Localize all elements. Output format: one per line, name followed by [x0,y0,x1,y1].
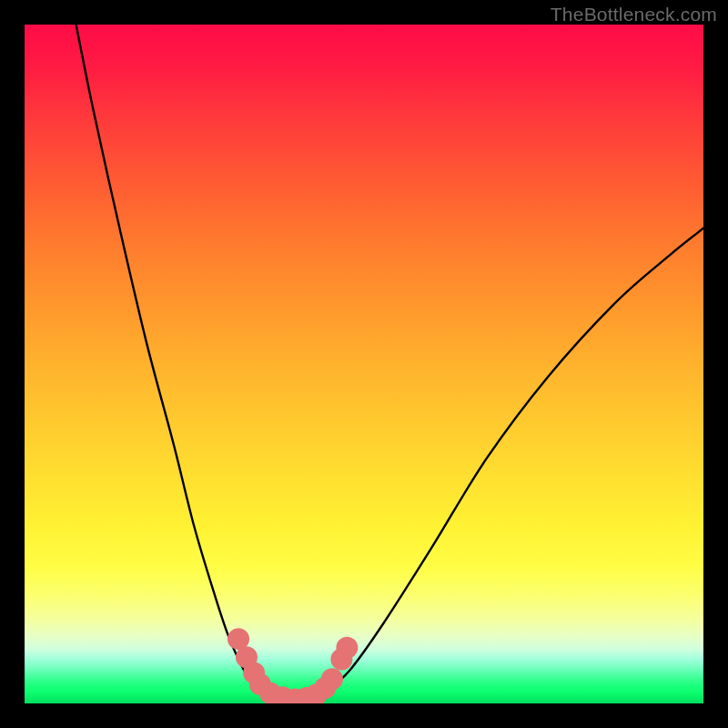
watermark-text: TheBottleneck.com [551,4,717,25]
data-marker [321,668,343,690]
plot-area [25,25,703,703]
outer-frame: TheBottleneck.com [0,0,728,728]
data-marker [336,637,358,659]
chart-svg [25,25,703,703]
curve-layer [72,25,703,700]
marker-layer [228,628,358,703]
bottleneck-curve [72,25,703,700]
